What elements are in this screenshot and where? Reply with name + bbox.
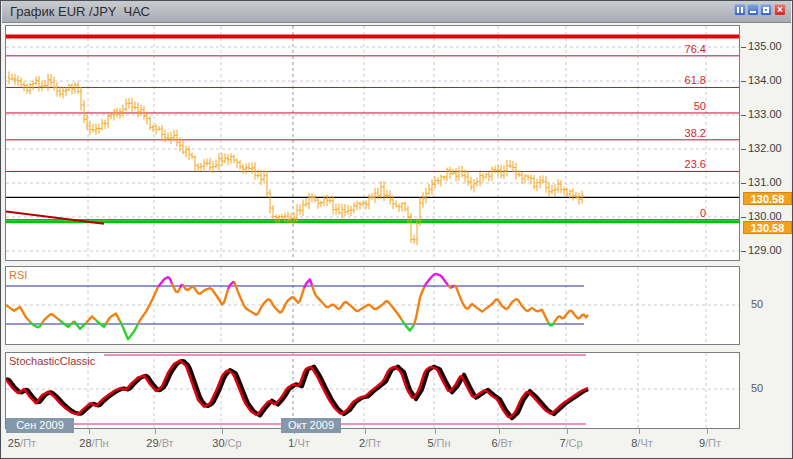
- date-weekday: /Пн: [92, 437, 109, 449]
- price-chart-pane[interactable]: 76.461.85038.223.60: [5, 25, 740, 261]
- price-tick: [741, 217, 746, 218]
- date-day-number: 28: [79, 437, 91, 449]
- stoch-signal-line: [6, 361, 588, 418]
- date-weekday: /Чт: [637, 437, 652, 449]
- price-tick: [741, 183, 746, 184]
- date-weekday: /Вт: [498, 437, 513, 449]
- date-weekday: /Пт: [20, 437, 36, 449]
- price-tick-label: 135.00: [748, 40, 782, 52]
- fib-level-label: 38.2: [685, 127, 706, 139]
- price-tick-label: 133.00: [748, 108, 782, 120]
- date-label: 28/Пн: [79, 437, 108, 449]
- month-badge: Окт 2009: [281, 418, 341, 433]
- date-weekday: /Ср: [566, 437, 583, 449]
- price-tick-label: 129.00: [748, 244, 782, 256]
- date-day-number: 25: [8, 437, 20, 449]
- month-badge: Сен 2009: [6, 418, 74, 433]
- time-tick: [89, 429, 90, 434]
- price-tag: 130.58: [743, 221, 792, 234]
- time-tick: [499, 429, 500, 434]
- time-tick: [222, 429, 223, 434]
- window-title: График EUR /JPY ЧАС: [10, 4, 150, 19]
- date-label: 29/Вт: [146, 437, 173, 449]
- fib-level-label: 76.4: [685, 43, 706, 55]
- price-tick-label: 132.00: [748, 142, 782, 154]
- chart-client-area: 76.461.85038.223.60 RSI StochasticClassi…: [2, 23, 791, 457]
- date-label: 7/Ср: [559, 437, 582, 449]
- date-weekday: /Чт: [294, 437, 309, 449]
- price-tick-label: 130.00: [748, 210, 782, 222]
- rsi-axis-label: 50: [751, 298, 763, 310]
- date-weekday: /Пт: [705, 437, 721, 449]
- time-tick: [365, 429, 366, 434]
- close-icon: ×: [775, 5, 785, 15]
- fib-level-label: 23.6: [685, 158, 706, 170]
- date-label: 30/Ср: [212, 437, 241, 449]
- price-tick-label: 131.00: [748, 176, 782, 188]
- price-tick: [741, 115, 746, 116]
- rsi-line-oversold: [30, 320, 554, 339]
- fib-level-label: 61.8: [685, 74, 706, 86]
- time-tick: [567, 429, 568, 434]
- date-weekday: /Пт: [365, 437, 381, 449]
- pin-button[interactable]: [734, 4, 746, 16]
- close-button[interactable]: ×: [774, 4, 786, 16]
- maximize-icon: [763, 7, 769, 13]
- date-weekday: /Вт: [159, 437, 174, 449]
- date-day-number: 30: [212, 437, 224, 449]
- price-tick-label: 134.00: [748, 74, 782, 86]
- date-day-number: 29: [146, 437, 158, 449]
- pin-icon: [737, 7, 743, 13]
- date-label: 8/Чт: [631, 437, 653, 449]
- rsi-pane[interactable]: RSI: [5, 266, 740, 345]
- stochastic-canvas[interactable]: [6, 353, 739, 428]
- price-axis[interactable]: 135.00134.00133.00132.00131.00130.00129.…: [741, 23, 793, 457]
- time-tick: [707, 429, 708, 434]
- chart-window: График EUR /JPY ЧАС × 76.461.85038.223.6…: [0, 0, 793, 459]
- rsi-line-overbought: [158, 274, 454, 289]
- window-titlebar[interactable]: График EUR /JPY ЧАС ×: [2, 1, 791, 23]
- fib-level-label: 0: [700, 207, 706, 219]
- price-tick: [741, 81, 746, 82]
- time-tick: [639, 429, 640, 434]
- date-weekday: /Ср: [225, 437, 242, 449]
- maximize-button[interactable]: [760, 4, 772, 16]
- time-tick: [435, 429, 436, 434]
- stoch-axis-label: 50: [751, 382, 763, 394]
- rsi-line: [6, 281, 588, 324]
- minimize-icon: [750, 11, 756, 13]
- time-axis[interactable]: 25/Пт28/Пн29/Вт30/Ср1/Чт2/Пт5/Пн6/Вт7/Ср…: [2, 427, 741, 457]
- rsi-label: RSI: [9, 269, 27, 281]
- price-chart-canvas[interactable]: 76.461.85038.223.60: [6, 26, 739, 260]
- date-label: 5/Пн: [427, 437, 450, 449]
- date-label: 2/Пт: [359, 437, 381, 449]
- price-tick: [741, 47, 746, 48]
- stochastic-label: StochasticClassic: [9, 355, 95, 367]
- time-tick: [155, 429, 156, 434]
- minimize-button[interactable]: [747, 4, 759, 16]
- date-label: 9/Пт: [699, 437, 721, 449]
- rsi-canvas[interactable]: [6, 267, 739, 344]
- stochastic-pane[interactable]: StochasticClassic: [5, 352, 740, 429]
- date-label: 25/Пт: [8, 437, 36, 449]
- fib-level-label: 50: [694, 100, 706, 112]
- date-weekday: /Пн: [434, 437, 451, 449]
- date-label: 1/Чт: [288, 437, 310, 449]
- price-tick: [741, 149, 746, 150]
- date-label: 6/Вт: [491, 437, 512, 449]
- price-tick: [741, 251, 746, 252]
- price-tag: 130.58: [743, 192, 792, 205]
